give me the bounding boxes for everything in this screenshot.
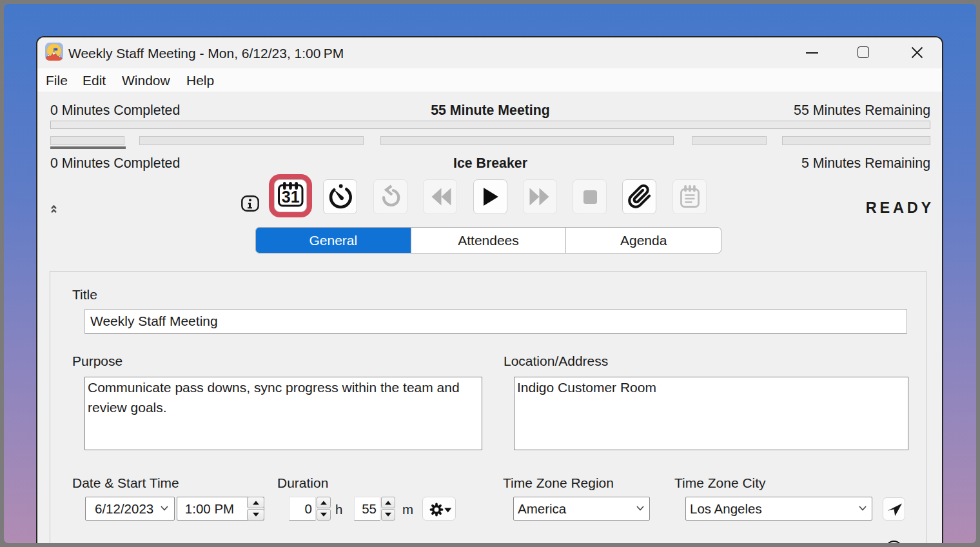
svg-text:31: 31 [282, 188, 300, 206]
